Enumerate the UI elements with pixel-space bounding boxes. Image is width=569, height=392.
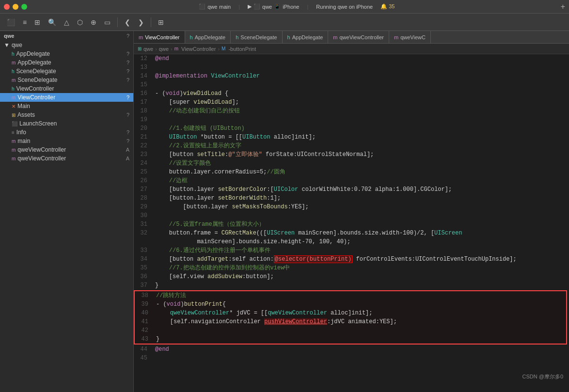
close-button[interactable]: [4, 4, 10, 10]
tab-m-icon: m: [333, 34, 337, 40]
line-content: mainScreen].bounds.size.height-70, 100, …: [151, 237, 569, 246]
toolbar-search[interactable]: 🔍: [45, 17, 59, 27]
sidebar-item-main-m[interactable]: m main ?: [0, 137, 133, 145]
code-line-28: 28 [button.layer setBorderWidth:1];: [134, 194, 569, 203]
code-line-34: 34 [button addTarget:self action:@select…: [134, 255, 569, 264]
tab-qweviewcontroller[interactable]: m qweViewController: [328, 31, 389, 43]
tab-qweviewc[interactable]: m qweViewC: [389, 31, 431, 43]
highlighted-region: 38 //跳转方法 39 - (void)buttonPrint{ 40 qwe…: [134, 290, 567, 345]
sidebar-label: SceneDelegate: [17, 77, 126, 83]
sidebar-item-appdelegate-h[interactable]: h AppDelegate ?: [0, 49, 133, 58]
breadcrumb-item-1: qwe: [143, 46, 153, 52]
line-content: //2.设置按钮上显示的文字: [151, 141, 569, 150]
code-editor[interactable]: 12 @end 13 14 @implementation ViewContro…: [134, 54, 569, 392]
sidebar-label: qweViewController: [17, 155, 126, 162]
app-scheme-icon: ⬛ qwe main: [199, 3, 231, 10]
tab-appdelegate2[interactable]: h AppDelegate: [283, 31, 329, 43]
tab-scenedelegate[interactable]: h SceneDelegate: [231, 31, 282, 43]
tab-viewcontroller[interactable]: m ViewController: [134, 31, 185, 43]
sidebar-badge: ?: [126, 60, 129, 65]
editor-area: m ViewController h AppDelegate h SceneDe…: [134, 31, 569, 392]
toolbar-add[interactable]: ⊕: [88, 17, 99, 27]
line-number: 26: [134, 176, 151, 185]
breadcrumb-item-2: qwe: [159, 46, 169, 52]
toolbar-menu[interactable]: ≡: [20, 17, 30, 27]
sidebar-item-assets[interactable]: ⊞ Assets ?: [0, 110, 133, 119]
toolbar-grid[interactable]: ⊞: [32, 17, 43, 27]
code-line-22: 22 //2.设置按钮上显示的文字: [134, 141, 569, 150]
sidebar-label: Assets: [17, 111, 126, 118]
h-icon: h: [12, 51, 15, 57]
sidebar-item-info[interactable]: ≡ Info ?: [0, 128, 133, 137]
device-name: iPhone: [283, 4, 299, 10]
sidebar-item-viewcontroller-m[interactable]: m ViewController ?: [0, 93, 133, 102]
line-content: //6.通过代码为控件注册一个单机事件: [151, 246, 569, 255]
toolbar-grid2[interactable]: ⊞: [155, 17, 167, 27]
sidebar-item-launchscreen[interactable]: ⬛ LaunchScreen: [0, 119, 133, 128]
line-content: [151, 211, 569, 220]
tab-h-icon: h: [236, 34, 238, 40]
line-content: [151, 80, 569, 89]
line-content: [button setTitle:@"立即体验" forState:UICont…: [151, 150, 569, 159]
assets-icon: ⊞: [12, 112, 16, 118]
warning-icon: 🔔: [380, 3, 387, 9]
toolbar-home[interactable]: ⬛: [4, 17, 18, 27]
sidebar-item-viewcontroller-h[interactable]: h ViewController: [0, 84, 133, 93]
tab-label: AppDelegate: [292, 34, 323, 40]
fullscreen-button[interactable]: [21, 4, 27, 10]
line-content: [button addTarget:self action:@selector(…: [151, 255, 569, 264]
sidebar-item-group-qwe[interactable]: ▼ qwe: [0, 41, 133, 49]
code-line-20: 20 //1.创建按钮 (UIButton): [134, 124, 569, 133]
breadcrumb-sep-2: ›: [171, 46, 173, 52]
code-line-32cont: mainScreen].bounds.size.height-70, 100, …: [134, 237, 569, 246]
sidebar-item-main[interactable]: ✕ Main: [0, 102, 133, 110]
line-content: [151, 115, 569, 124]
tab-label: qweViewController: [340, 34, 384, 40]
breadcrumb-sep-3: ›: [218, 46, 220, 52]
nav-back-button[interactable]: ❮: [122, 17, 133, 27]
sidebar-item-qweviewcontroller-2[interactable]: m qweViewController A: [0, 154, 133, 163]
line-content: [152, 326, 566, 335]
code-line-40: 40 qweViewController* jdVC = [[qweViewCo…: [135, 309, 566, 317]
app-icon: ⬛: [253, 3, 260, 10]
line-number: 38: [135, 291, 152, 300]
code-line-26: 26 //边框: [134, 176, 569, 185]
title-center: ⬛ qwe main | ▶ ⬛ qwe 📱 iPhone | Running …: [33, 3, 561, 10]
line-content: qweViewController* jdVC = [[qweViewContr…: [152, 309, 566, 317]
title-bar: ⬛ qwe main | ▶ ⬛ qwe 📱 iPhone | Running …: [0, 0, 569, 14]
code-line-44: 44 @end: [134, 345, 569, 354]
code-line-41: 41 [self.navigationController pushViewCo…: [135, 317, 566, 326]
device-icon: ▶: [248, 3, 252, 10]
line-content: //边框: [151, 176, 569, 185]
code-line-37: 37 }: [134, 281, 569, 290]
run-status: Running qwe on iPhone: [316, 4, 373, 10]
toolbar-hex[interactable]: ⬡: [74, 17, 86, 27]
line-content: [self.navigationController pushViewContr…: [152, 317, 566, 326]
sidebar-item-appdelegate-m[interactable]: m AppDelegate ?: [0, 58, 133, 67]
toolbar-shape[interactable]: ▭: [101, 17, 113, 27]
line-content: [button.layer setMasksToBounds:YES];: [151, 203, 569, 211]
code-line-45: 45: [134, 354, 569, 362]
sidebar-item-scenedelegate-m[interactable]: m SceneDelegate ?: [0, 76, 133, 84]
sidebar-item-scenedelegate-h[interactable]: h SceneDelegate ?: [0, 67, 133, 76]
toolbar-divider-2: [151, 17, 151, 27]
tab-label: SceneDelegate: [240, 34, 277, 40]
sidebar-item-qweviewcontroller-1[interactable]: m qweViewController A: [0, 145, 133, 154]
line-number: 21: [134, 133, 151, 141]
nav-forward-button[interactable]: ❯: [135, 17, 147, 27]
breadcrumb-method-icon: M: [221, 46, 225, 51]
minimize-button[interactable]: [13, 4, 18, 10]
sidebar-badge: ?: [126, 33, 129, 39]
warning-count: 35: [389, 3, 395, 9]
code-line-18: 18 //动态创建我们自己的按钮: [134, 107, 569, 115]
code-line-38: 38 //跳转方法: [135, 291, 566, 300]
warning-badge: 🔔 35: [380, 3, 395, 10]
tab-appdelegate1[interactable]: h AppDelegate: [185, 31, 231, 43]
phone-icon: 📱: [274, 3, 281, 10]
toolbar-warning[interactable]: △: [61, 17, 72, 27]
add-button[interactable]: +: [561, 2, 565, 11]
line-content: //跳转方法: [152, 291, 566, 300]
sidebar-badge: ?: [126, 129, 129, 135]
sidebar-badge: ?: [126, 138, 129, 144]
code-line-42: 42: [135, 326, 566, 335]
